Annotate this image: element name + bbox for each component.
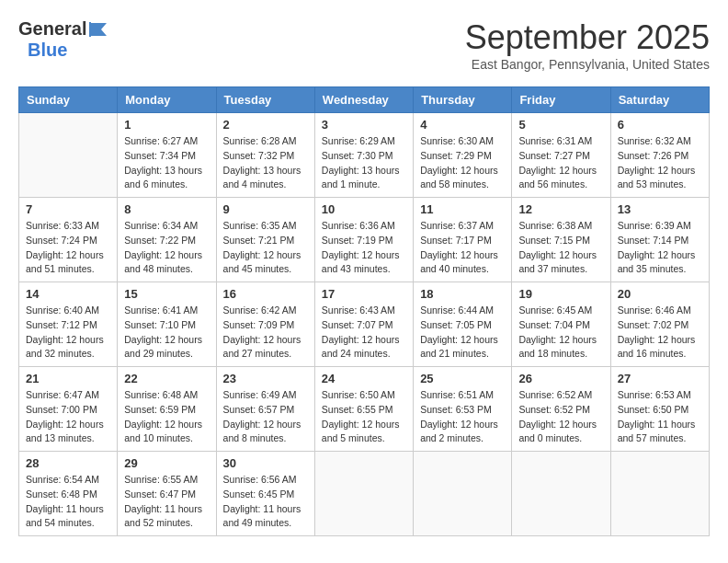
day-number: 13 [618,202,702,216]
day-info: Sunrise: 6:44 AM Sunset: 7:05 PM Dayligh… [420,304,505,362]
day-number: 17 [322,287,406,301]
day-number: 20 [618,287,702,301]
day-info: Sunrise: 6:56 AM Sunset: 6:45 PM Dayligh… [223,473,308,531]
day-info: Sunrise: 6:50 AM Sunset: 6:55 PM Dayligh… [322,388,406,446]
calendar-cell: 29Sunrise: 6:55 AM Sunset: 6:47 PM Dayli… [118,452,216,536]
day-info: Sunrise: 6:33 AM Sunset: 7:24 PM Dayligh… [26,219,110,277]
calendar-cell: 11Sunrise: 6:37 AM Sunset: 7:17 PM Dayli… [414,198,512,282]
calendar-cell: 21Sunrise: 6:47 AM Sunset: 7:00 PM Dayli… [19,367,118,452]
weekday-header-thursday: Thursday [414,87,512,113]
day-number: 21 [26,372,110,385]
calendar-cell: 14Sunrise: 6:40 AM Sunset: 7:12 PM Dayli… [19,282,118,367]
day-info: Sunrise: 6:31 AM Sunset: 7:27 PM Dayligh… [518,134,603,192]
calendar-cell: 12Sunrise: 6:38 AM Sunset: 7:15 PM Dayli… [512,198,610,282]
day-info: Sunrise: 6:51 AM Sunset: 6:53 PM Dayligh… [420,388,505,446]
calendar-cell [19,113,118,198]
day-number: 24 [322,372,406,385]
day-info: Sunrise: 6:47 AM Sunset: 7:00 PM Dayligh… [26,388,110,446]
day-info: Sunrise: 6:29 AM Sunset: 7:30 PM Dayligh… [322,134,406,192]
weekday-header-wednesday: Wednesday [314,87,413,113]
day-number: 27 [618,372,702,385]
day-info: Sunrise: 6:53 AM Sunset: 6:50 PM Dayligh… [618,388,702,446]
day-info: Sunrise: 6:48 AM Sunset: 6:59 PM Dayligh… [124,388,209,446]
weekday-header-row: SundayMondayTuesdayWednesdayThursdayFrid… [19,87,710,113]
day-info: Sunrise: 6:43 AM Sunset: 7:07 PM Dayligh… [322,304,406,362]
calendar-cell: 9Sunrise: 6:35 AM Sunset: 7:21 PM Daylig… [216,198,314,282]
calendar-cell: 28Sunrise: 6:54 AM Sunset: 6:48 PM Dayli… [19,452,118,536]
calendar-cell: 13Sunrise: 6:39 AM Sunset: 7:14 PM Dayli… [610,198,709,282]
weekday-header-tuesday: Tuesday [216,87,314,113]
logo-flag-icon [88,21,108,38]
logo-general-text: General [18,18,86,40]
day-number: 12 [518,202,603,216]
day-info: Sunrise: 6:45 AM Sunset: 7:04 PM Dayligh… [518,304,603,362]
day-number: 10 [322,202,406,216]
day-number: 9 [223,202,308,216]
calendar-week-row: 28Sunrise: 6:54 AM Sunset: 6:48 PM Dayli… [19,452,710,536]
calendar-cell: 1Sunrise: 6:27 AM Sunset: 7:34 PM Daylig… [118,113,216,198]
day-info: Sunrise: 6:30 AM Sunset: 7:29 PM Dayligh… [420,134,505,192]
calendar-week-row: 1Sunrise: 6:27 AM Sunset: 7:34 PM Daylig… [19,113,710,198]
calendar-table: SundayMondayTuesdayWednesdayThursdayFrid… [18,86,710,536]
svg-marker-0 [90,23,107,36]
calendar-cell: 7Sunrise: 6:33 AM Sunset: 7:24 PM Daylig… [19,198,118,282]
day-number: 16 [223,287,308,301]
calendar-cell: 26Sunrise: 6:52 AM Sunset: 6:52 PM Dayli… [512,367,610,452]
day-number: 6 [618,118,702,132]
day-number: 1 [124,118,209,132]
day-number: 26 [518,372,603,385]
day-number: 2 [223,118,308,132]
calendar-cell: 10Sunrise: 6:36 AM Sunset: 7:19 PM Dayli… [314,198,413,282]
day-info: Sunrise: 6:28 AM Sunset: 7:32 PM Dayligh… [223,134,308,192]
weekday-header-sunday: Sunday [19,87,118,113]
calendar-cell: 27Sunrise: 6:53 AM Sunset: 6:50 PM Dayli… [610,367,709,452]
calendar-cell: 3Sunrise: 6:29 AM Sunset: 7:30 PM Daylig… [314,113,413,198]
day-number: 22 [124,372,209,385]
day-number: 15 [124,287,209,301]
calendar-cell: 22Sunrise: 6:48 AM Sunset: 6:59 PM Dayli… [118,367,216,452]
day-info: Sunrise: 6:32 AM Sunset: 7:26 PM Dayligh… [618,134,702,192]
calendar-cell: 4Sunrise: 6:30 AM Sunset: 7:29 PM Daylig… [414,113,512,198]
calendar-cell: 18Sunrise: 6:44 AM Sunset: 7:05 PM Dayli… [414,282,512,367]
calendar-week-row: 7Sunrise: 6:33 AM Sunset: 7:24 PM Daylig… [19,198,710,282]
day-info: Sunrise: 6:49 AM Sunset: 6:57 PM Dayligh… [223,388,308,446]
calendar-cell: 30Sunrise: 6:56 AM Sunset: 6:45 PM Dayli… [216,452,314,536]
calendar-cell: 19Sunrise: 6:45 AM Sunset: 7:04 PM Dayli… [512,282,610,367]
logo-blue-text: Blue [28,40,67,61]
day-info: Sunrise: 6:41 AM Sunset: 7:10 PM Dayligh… [124,304,209,362]
day-number: 14 [26,287,110,301]
calendar-cell: 17Sunrise: 6:43 AM Sunset: 7:07 PM Dayli… [314,282,413,367]
day-number: 11 [420,202,505,216]
calendar-cell: 8Sunrise: 6:34 AM Sunset: 7:22 PM Daylig… [118,198,216,282]
day-number: 5 [518,118,603,132]
calendar-cell [610,452,709,536]
calendar-cell: 24Sunrise: 6:50 AM Sunset: 6:55 PM Dayli… [314,367,413,452]
calendar-cell [512,452,610,536]
location-subtitle: East Bangor, Pennsylvania, United States [465,57,710,72]
day-number: 28 [26,456,110,470]
title-section: September 2025 East Bangor, Pennsylvania… [465,18,710,72]
day-info: Sunrise: 6:42 AM Sunset: 7:09 PM Dayligh… [223,304,308,362]
calendar-cell: 25Sunrise: 6:51 AM Sunset: 6:53 PM Dayli… [414,367,512,452]
calendar-cell: 15Sunrise: 6:41 AM Sunset: 7:10 PM Dayli… [118,282,216,367]
day-info: Sunrise: 6:34 AM Sunset: 7:22 PM Dayligh… [124,219,209,277]
weekday-header-friday: Friday [512,87,610,113]
day-number: 25 [420,372,505,385]
day-info: Sunrise: 6:27 AM Sunset: 7:34 PM Dayligh… [124,134,209,192]
day-number: 3 [322,118,406,132]
day-number: 8 [124,202,209,216]
calendar-cell: 5Sunrise: 6:31 AM Sunset: 7:27 PM Daylig… [512,113,610,198]
day-number: 4 [420,118,505,132]
calendar-cell: 16Sunrise: 6:42 AM Sunset: 7:09 PM Dayli… [216,282,314,367]
calendar-cell: 20Sunrise: 6:46 AM Sunset: 7:02 PM Dayli… [610,282,709,367]
day-info: Sunrise: 6:39 AM Sunset: 7:14 PM Dayligh… [618,219,702,277]
month-title: September 2025 [465,18,710,57]
page-header: General Blue September 2025 East Bangor,… [18,18,710,72]
day-info: Sunrise: 6:54 AM Sunset: 6:48 PM Dayligh… [26,473,110,531]
day-info: Sunrise: 6:37 AM Sunset: 7:17 PM Dayligh… [420,219,505,277]
day-number: 23 [223,372,308,385]
calendar-week-row: 14Sunrise: 6:40 AM Sunset: 7:12 PM Dayli… [19,282,710,367]
day-info: Sunrise: 6:38 AM Sunset: 7:15 PM Dayligh… [518,219,603,277]
calendar-cell: 2Sunrise: 6:28 AM Sunset: 7:32 PM Daylig… [216,113,314,198]
day-info: Sunrise: 6:46 AM Sunset: 7:02 PM Dayligh… [618,304,702,362]
